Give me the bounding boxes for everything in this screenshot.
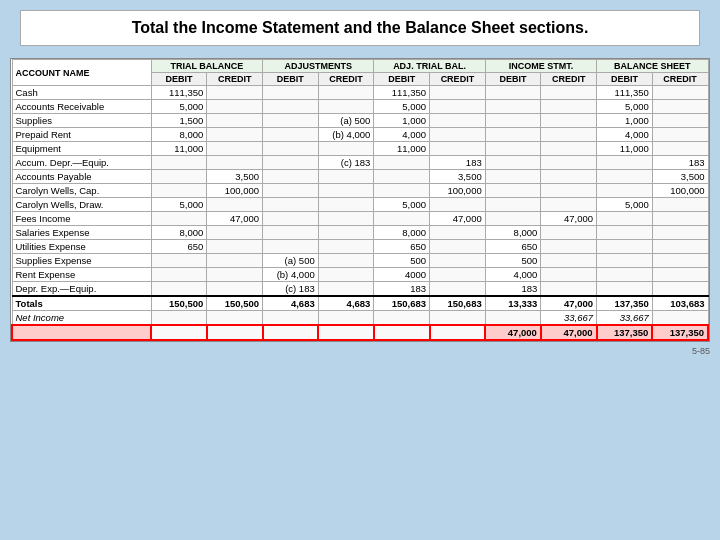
atb-debit-header: DEBIT xyxy=(374,73,430,86)
table-row: Totals150,500150,5004,6834,683150,683150… xyxy=(12,296,708,311)
tb-debit-header: DEBIT xyxy=(151,73,207,86)
table-row: Fees Income47,00047,00047,000 xyxy=(12,212,708,226)
accounting-table: ACCOUNT NAME TRIAL BALANCE ADJUSTMENTS A… xyxy=(10,58,710,342)
table-row: Net Income33,66733,667 xyxy=(12,311,708,326)
table-row: Accounts Receivable5,0005,0005,000 xyxy=(12,100,708,114)
table-row: Supplies1,500(a) 5001,0001,000 xyxy=(12,114,708,128)
balance-sheet-header: BALANCE SHEET xyxy=(597,60,708,73)
tb-credit-header: CREDIT xyxy=(207,73,263,86)
bs-debit-header: DEBIT xyxy=(597,73,653,86)
table-row: Rent Expense(b) 4,00040004,000 xyxy=(12,268,708,282)
table-row: Cash111,350111,350111,350 xyxy=(12,86,708,100)
is-debit-header: DEBIT xyxy=(485,73,541,86)
table-row: Carolyn Wells, Draw.5,0005,0005,000 xyxy=(12,198,708,212)
table-row: Accum. Depr.—Equip.(c) 183183183 xyxy=(12,156,708,170)
adjustments-header: ADJUSTMENTS xyxy=(263,60,374,73)
table-row: Supplies Expense(a) 500500500 xyxy=(12,254,708,268)
income-stmt-header: INCOME STMT. xyxy=(485,60,596,73)
table-row: Equipment11,00011,00011,000 xyxy=(12,142,708,156)
table-row: Accounts Payable3,5003,5003,500 xyxy=(12,170,708,184)
page-title: Total the Income Statement and the Balan… xyxy=(20,10,700,46)
account-name-header: ACCOUNT NAME xyxy=(12,60,151,86)
adj-credit-header: CREDIT xyxy=(318,73,374,86)
table-row: Carolyn Wells, Cap.100,000100,000100,000 xyxy=(12,184,708,198)
adj-trial-bal-header: ADJ. TRIAL BAL. xyxy=(374,60,485,73)
atb-credit-header: CREDIT xyxy=(430,73,486,86)
table-row: Salaries Expense8,0008,0008,000 xyxy=(12,226,708,240)
trial-balance-header: TRIAL BALANCE xyxy=(151,60,262,73)
table-row: Utilities Expense650650650 xyxy=(12,240,708,254)
adj-debit-header: DEBIT xyxy=(263,73,319,86)
is-credit-header: CREDIT xyxy=(541,73,597,86)
bs-credit-header: CREDIT xyxy=(652,73,708,86)
page-number: 5-85 xyxy=(10,346,710,356)
table-row: Depr. Exp.—Equip.(c) 183183183 xyxy=(12,282,708,297)
table-row: 47,00047,000137,350137,350 xyxy=(12,325,708,340)
table-row: Prepaid Rent8,000(b) 4,0004,0004,000 xyxy=(12,128,708,142)
